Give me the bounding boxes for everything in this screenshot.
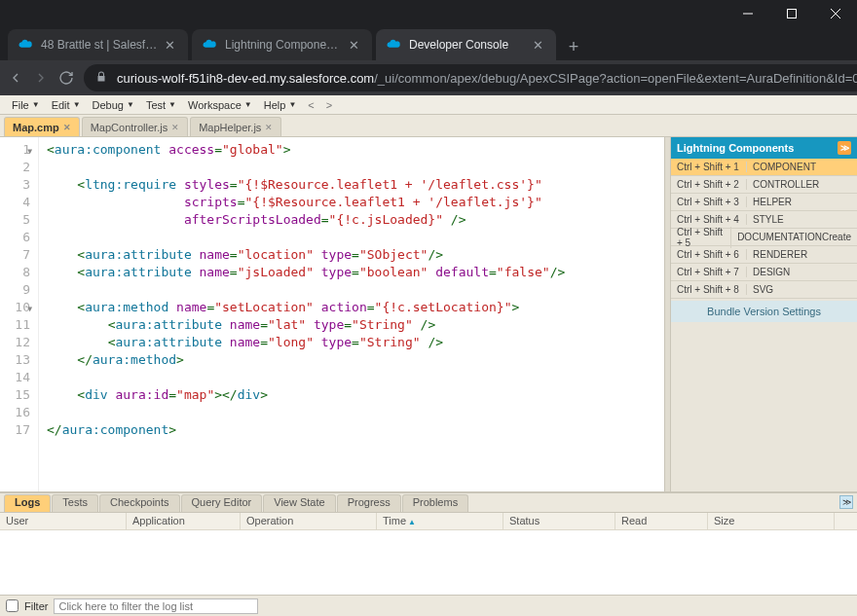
bundle-item-label: STYLE: [747, 214, 857, 225]
file-tabstrip: Map.cmp✕MapController.js✕MapHelper.js✕: [0, 115, 857, 137]
new-tab-button[interactable]: +: [560, 33, 587, 60]
log-column-user[interactable]: User: [0, 513, 127, 529]
bottom-panel-tabs: LogsTestsCheckpointsQuery EditorView Sta…: [0, 493, 857, 513]
bottom-panel-collapse-icon[interactable]: ≫: [839, 495, 853, 509]
salesforce-cloud-icon: [18, 37, 33, 53]
bundle-item-label: COMPONENT: [747, 162, 857, 172]
filter-label: Filter: [24, 600, 48, 612]
sort-asc-icon: ▲: [408, 518, 416, 526]
sidepanel-collapse-icon[interactable]: ≫: [838, 141, 851, 155]
tab-close-icon[interactable]: ✕: [533, 38, 546, 53]
log-column-read[interactable]: Read: [615, 513, 708, 529]
file-tab-label: MapController.js: [91, 122, 168, 133]
bottom-tab-problems[interactable]: Problems: [402, 494, 468, 512]
file-tab[interactable]: MapHelper.js✕: [190, 117, 281, 136]
filter-input[interactable]: [54, 598, 258, 614]
bundle-item-label: DOCUMENTATION: [731, 232, 822, 242]
menu-debug[interactable]: Debug▼: [87, 97, 140, 113]
browser-toolbar: curious-wolf-f51ih8-dev-ed.my.salesforce…: [0, 60, 857, 95]
file-tab[interactable]: MapController.js✕: [82, 117, 188, 136]
shortcut-label: Ctrl + Shift + 1: [671, 162, 747, 172]
bundle-item-action[interactable]: Create: [822, 232, 857, 242]
file-tab[interactable]: Map.cmp✕: [4, 117, 80, 136]
lock-icon: [95, 71, 107, 86]
code-editor[interactable]: 1▼2345678910▼11121314151617 <aura:compon…: [0, 137, 664, 491]
log-table-header: UserApplicationOperationTime▲StatusReadS…: [0, 513, 857, 530]
window-maximize-button[interactable]: [769, 0, 813, 27]
caret-down-icon: ▼: [244, 100, 252, 109]
caret-down-icon: ▼: [127, 100, 134, 109]
salesforce-cloud-icon: [202, 37, 217, 53]
bottom-tab-checkpoints[interactable]: Checkpoints: [99, 494, 180, 512]
bottom-tab-query-editor[interactable]: Query Editor: [181, 494, 263, 512]
bottom-tab-view-state[interactable]: View State: [263, 494, 335, 512]
developer-console: File▼Edit▼Debug▼Test▼Workspace▼Help▼<> M…: [0, 95, 857, 616]
tab-close-icon[interactable]: ✕: [349, 38, 362, 53]
shortcut-label: Ctrl + Shift + 6: [671, 249, 747, 260]
svg-rect-1: [787, 10, 796, 18]
menu-test[interactable]: Test▼: [140, 97, 182, 113]
bottom-panel: LogsTestsCheckpointsQuery EditorView Sta…: [0, 491, 857, 616]
bundle-item-label: CONTROLLER: [747, 179, 857, 190]
devconsole-menubar: File▼Edit▼Debug▼Test▼Workspace▼Help▼<>: [0, 95, 857, 115]
caret-down-icon: ▼: [32, 100, 40, 109]
editor-code[interactable]: <aura:component access="global"> <ltng:r…: [39, 137, 664, 491]
file-tab-close-icon[interactable]: ✕: [265, 123, 273, 132]
log-column-status[interactable]: Status: [503, 513, 615, 529]
shortcut-label: Ctrl + Shift + 2: [671, 179, 747, 190]
lightning-components-panel: Lightning Components ≫ Ctrl + Shift + 1C…: [670, 137, 857, 491]
nav-back-button[interactable]: [8, 67, 23, 89]
bundle-item-controller[interactable]: Ctrl + Shift + 2CONTROLLER: [671, 176, 857, 194]
bundle-item-label: SVG: [747, 284, 857, 295]
browser-tab[interactable]: 48 Brattle st | Salesforce✕: [8, 29, 188, 60]
log-table-body[interactable]: [0, 530, 857, 595]
file-tab-close-icon[interactable]: ✕: [63, 123, 71, 132]
bundle-item-svg[interactable]: Ctrl + Shift + 8SVG: [671, 281, 857, 299]
filter-checkbox[interactable]: [6, 599, 19, 612]
browser-tab[interactable]: Lightning Components | Salesfo✕: [192, 29, 372, 60]
nav-reload-button[interactable]: [58, 67, 74, 89]
shortcut-label: Ctrl + Shift + 4: [671, 214, 747, 225]
shortcut-label: Ctrl + Shift + 3: [671, 197, 747, 207]
menu-file[interactable]: File▼: [6, 97, 46, 113]
shortcut-label: Ctrl + Shift + 8: [671, 284, 747, 295]
bundle-item-label: RENDERER: [747, 249, 857, 260]
window-close-button[interactable]: [813, 0, 857, 27]
bundle-item-helper[interactable]: Ctrl + Shift + 3HELPER: [671, 194, 857, 211]
bottom-tab-logs[interactable]: Logs: [4, 494, 51, 512]
file-tab-label: Map.cmp: [13, 122, 59, 133]
menu-help[interactable]: Help▼: [258, 97, 303, 113]
menu-nav-forward[interactable]: >: [320, 97, 338, 113]
menu-nav-back[interactable]: <: [302, 97, 319, 113]
log-column-size[interactable]: Size: [708, 513, 835, 529]
tab-title: Developer Console: [409, 38, 527, 52]
bottom-tab-tests[interactable]: Tests: [52, 494, 98, 512]
browser-tab[interactable]: Developer Console✕: [376, 29, 556, 60]
salesforce-cloud-icon: [386, 37, 401, 53]
bundle-item-design[interactable]: Ctrl + Shift + 7DESIGN: [671, 264, 857, 281]
bottom-tab-progress[interactable]: Progress: [337, 494, 401, 512]
bundle-item-renderer[interactable]: Ctrl + Shift + 6RENDERER: [671, 246, 857, 264]
bundle-item-component[interactable]: Ctrl + Shift + 1COMPONENT: [671, 159, 857, 176]
nav-forward-button[interactable]: [33, 67, 49, 89]
caret-down-icon: ▼: [73, 100, 81, 109]
window-titlebar: [0, 0, 857, 27]
file-tab-close-icon[interactable]: ✕: [171, 123, 179, 132]
browser-tabstrip: 48 Brattle st | Salesforce✕Lightning Com…: [0, 27, 857, 60]
sidepanel-title: Lightning Components: [677, 142, 794, 154]
log-column-application[interactable]: Application: [127, 513, 241, 529]
caret-down-icon: ▼: [288, 100, 296, 109]
address-bar[interactable]: curious-wolf-f51ih8-dev-ed.my.salesforce…: [84, 64, 857, 91]
window-minimize-button[interactable]: [726, 0, 769, 27]
log-column-operation[interactable]: Operation: [241, 513, 377, 529]
log-column-time[interactable]: Time▲: [377, 513, 503, 529]
menu-workspace[interactable]: Workspace▼: [182, 97, 258, 113]
bundle-item-label: HELPER: [747, 197, 857, 207]
menu-edit[interactable]: Edit▼: [46, 97, 87, 113]
tab-close-icon[interactable]: ✕: [165, 38, 178, 53]
bundle-item-documentation[interactable]: Ctrl + Shift + 5DOCUMENTATIONCreate: [671, 229, 857, 246]
bundle-version-settings[interactable]: Bundle Version Settings: [671, 301, 857, 322]
file-tab-label: MapHelper.js: [199, 122, 261, 133]
caret-down-icon: ▼: [168, 100, 176, 109]
editor-gutter: 1▼2345678910▼11121314151617: [0, 137, 39, 491]
